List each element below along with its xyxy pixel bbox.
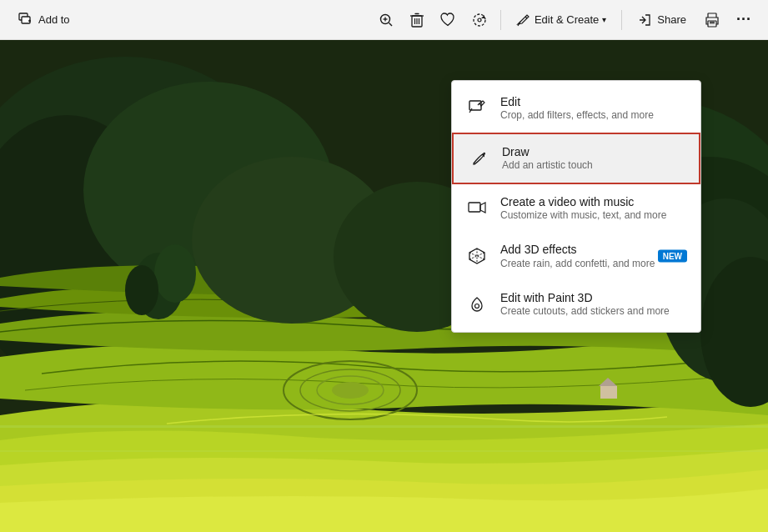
edit-menu-icon: [465, 97, 489, 120]
3d-menu-subtitle: Create rain, add confetti, and more: [500, 258, 655, 271]
svg-line-5: [389, 23, 392, 26]
rotate-button[interactable]: [465, 8, 494, 33]
svg-point-34: [125, 265, 158, 315]
paint3d-menu-text: Edit with Paint 3D Create cutouts, add s…: [500, 290, 670, 319]
draw-menu-subtitle: Add an artistic touch: [502, 159, 593, 173]
svg-line-44: [478, 103, 479, 105]
draw-menu-text: Draw Add an artistic touch: [502, 144, 593, 173]
menu-item-paint3d[interactable]: Edit with Paint 3D Create cutouts, add s…: [452, 280, 700, 329]
more-icon: ···: [736, 11, 751, 28]
svg-rect-38: [0, 450, 768, 452]
print-icon: [705, 13, 720, 28]
new-badge: NEW: [658, 250, 687, 263]
svg-rect-35: [600, 386, 617, 399]
svg-rect-1: [22, 17, 30, 23]
svg-rect-37: [0, 425, 768, 428]
add-to-button[interactable]: Add to: [10, 8, 78, 33]
video-menu-title: Create a video with music: [500, 194, 666, 209]
edit-menu-text: Edit Crop, add filters, effects, and mor…: [500, 94, 654, 123]
3d-menu-icon: [465, 244, 489, 268]
delete-icon: [410, 13, 424, 28]
3d-menu-title: Add 3D effects: [500, 242, 655, 257]
edit-menu-title: Edit: [500, 94, 654, 109]
zoom-icon: [379, 13, 394, 28]
rotate-icon: [472, 13, 487, 28]
svg-line-16: [525, 17, 527, 18]
share-label: Share: [657, 13, 686, 26]
edit-create-button[interactable]: Edit & Create ▾: [508, 8, 615, 33]
edit-create-chevron: ▾: [602, 15, 606, 24]
image-area: Edit Crop, add filters, effects, and mor…: [0, 40, 768, 532]
zoom-button[interactable]: [372, 8, 400, 33]
toolbar: Add to: [0, 0, 768, 40]
edit-create-label: Edit & Create: [535, 13, 599, 26]
svg-point-31: [332, 382, 369, 399]
draw-menu-icon: [467, 147, 490, 170]
svg-point-50: [475, 304, 479, 309]
edit-create-icon: [516, 13, 531, 28]
3d-menu-text: Add 3D effects Create rain, add confetti…: [500, 242, 655, 270]
share-icon: [637, 13, 652, 28]
paint3d-menu-icon: [465, 293, 489, 316]
menu-item-draw[interactable]: Draw Add an artistic touch: [452, 133, 700, 184]
share-button[interactable]: Share: [629, 8, 695, 33]
favorite-icon: [440, 13, 455, 27]
svg-point-15: [478, 18, 481, 22]
menu-item-edit[interactable]: Edit Crop, add filters, effects, and mor…: [452, 84, 700, 133]
video-menu-icon: [465, 196, 489, 219]
svg-rect-46: [469, 203, 480, 212]
delete-button[interactable]: [404, 8, 430, 33]
svg-rect-18: [708, 13, 716, 18]
add-to-label: Add to: [38, 13, 70, 26]
menu-item-video[interactable]: Create a video with music Customize with…: [452, 184, 700, 233]
paint3d-menu-title: Edit with Paint 3D: [500, 290, 670, 305]
menu-item-3d[interactable]: Add 3D effects Create rain, add confetti…: [452, 232, 700, 280]
edit-menu-subtitle: Crop, add filters, effects, and more: [500, 109, 654, 123]
svg-point-33: [154, 244, 196, 303]
dropdown-menu: Edit Crop, add filters, effects, and mor…: [451, 80, 701, 333]
toolbar-separator-1: [500, 10, 501, 30]
more-button[interactable]: ···: [730, 6, 758, 33]
add-to-icon: [18, 13, 33, 28]
draw-menu-title: Draw: [502, 144, 593, 159]
toolbar-separator-2: [621, 10, 622, 30]
video-menu-subtitle: Customize with music, text, and more: [500, 209, 666, 223]
video-menu-text: Create a video with music Customize with…: [500, 194, 666, 223]
favorite-button[interactable]: [434, 8, 462, 32]
paint3d-menu-subtitle: Create cutouts, add stickers and more: [500, 305, 670, 319]
print-button[interactable]: [698, 8, 726, 33]
